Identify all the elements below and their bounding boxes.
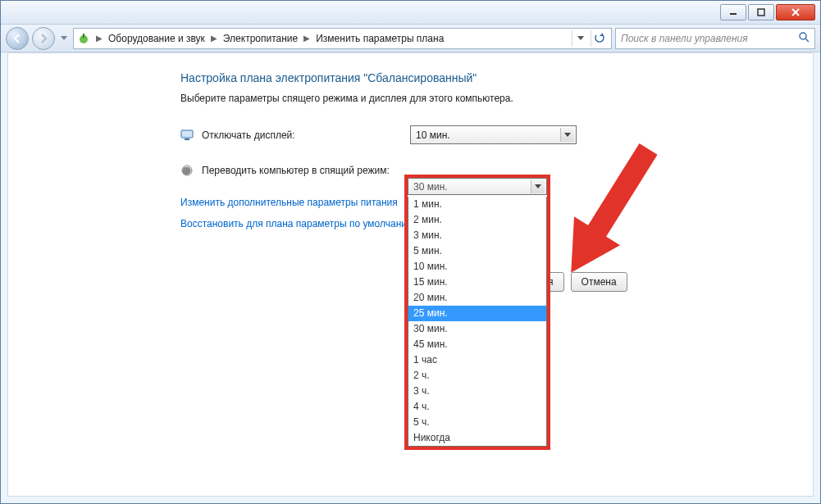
chevron-right-icon: ▶ — [301, 34, 312, 43]
chevron-down-icon — [560, 128, 574, 142]
sleep-duration-dropdown-open: 30 мин. 1 мин.2 мин.3 мин.5 мин.10 мин.1… — [404, 175, 550, 450]
window-titlebar — [1, 1, 820, 25]
breadcrumb-item[interactable]: Оборудование и звук — [108, 33, 205, 44]
dropdown-option[interactable]: 1 час — [408, 352, 546, 368]
svg-rect-8 — [181, 130, 193, 138]
address-dropdown-button[interactable] — [572, 30, 589, 47]
control-panel-window: ▶ Оборудование и звук ▶ Электропитание ▶… — [0, 0, 821, 504]
search-input[interactable]: Поиск в панели управления — [615, 28, 815, 49]
maximize-button[interactable] — [748, 4, 774, 20]
dropdown-option[interactable]: 10 мин. — [408, 259, 546, 275]
search-icon[interactable] — [798, 31, 810, 45]
back-button[interactable] — [6, 27, 29, 50]
address-bar[interactable]: ▶ Оборудование и звук ▶ Электропитание ▶… — [73, 28, 612, 49]
svg-rect-5 — [83, 34, 84, 38]
dropdown-option[interactable]: 3 ч. — [408, 384, 546, 399]
dropdown-option[interactable]: 5 ч. — [408, 415, 546, 430]
dropdown-option[interactable]: 45 мин. — [408, 337, 546, 352]
svg-point-6 — [800, 33, 806, 39]
sleep-combobox[interactable]: 30 мин. — [408, 178, 547, 195]
dropdown-option[interactable]: 2 ч. — [408, 368, 546, 384]
dropdown-option[interactable]: 25 мин. — [408, 306, 546, 321]
dropdown-option[interactable]: Никогда — [408, 430, 546, 446]
dropdown-option[interactable]: 4 ч. — [408, 399, 546, 415]
combobox-value: 10 мин. — [416, 129, 450, 141]
history-dropdown[interactable] — [58, 30, 70, 47]
minimize-button[interactable] — [720, 4, 746, 20]
chevron-right-icon: ▶ — [94, 34, 105, 43]
breadcrumb-item[interactable]: Электропитание — [223, 33, 298, 44]
page-subtitle: Выберите параметры спящего режима и дисп… — [180, 93, 813, 104]
dropdown-listbox[interactable]: 1 мин.2 мин.3 мин.5 мин.10 мин.15 мин.20… — [408, 197, 547, 447]
power-options-icon — [77, 32, 90, 45]
dropdown-option[interactable]: 3 мин. — [408, 228, 546, 243]
chevron-down-icon — [531, 179, 545, 193]
close-button[interactable] — [776, 4, 815, 20]
search-placeholder: Поиск в панели управления — [621, 33, 748, 44]
navigation-bar: ▶ Оборудование и звук ▶ Электропитание ▶… — [1, 25, 820, 52]
dropdown-option[interactable]: 20 мин. — [408, 290, 546, 306]
svg-line-7 — [805, 39, 809, 42]
sleep-icon — [180, 164, 194, 177]
refresh-button[interactable] — [591, 30, 608, 47]
combobox-value: 30 мин. — [413, 181, 448, 193]
cancel-button[interactable]: Отмена — [571, 272, 627, 292]
chevron-right-icon: ▶ — [208, 34, 220, 43]
dropdown-option[interactable]: 5 мин. — [408, 243, 546, 259]
content-panel: Настройка плана электропитания "Сбаланси… — [7, 52, 814, 497]
page-title: Настройка плана электропитания "Сбаланси… — [180, 71, 813, 84]
svg-rect-9 — [185, 138, 189, 140]
display-off-combobox[interactable]: 10 мин. — [410, 125, 577, 144]
setting-row-display-off: Отключать дисплей: 10 мин. — [180, 125, 813, 144]
dropdown-option[interactable]: 2 мин. — [408, 212, 546, 228]
svg-rect-1 — [758, 9, 764, 16]
monitor-icon — [180, 129, 194, 142]
breadcrumb-item[interactable]: Изменить параметры плана — [316, 33, 444, 44]
setting-label: Отключать дисплей: — [202, 129, 402, 141]
setting-label: Переводить компьютер в спящий режим: — [202, 165, 402, 176]
forward-button[interactable] — [32, 27, 55, 50]
dropdown-option[interactable]: 1 мин. — [408, 197, 546, 212]
dropdown-option[interactable]: 15 мин. — [408, 275, 546, 290]
dropdown-option[interactable]: 30 мин. — [408, 321, 546, 337]
